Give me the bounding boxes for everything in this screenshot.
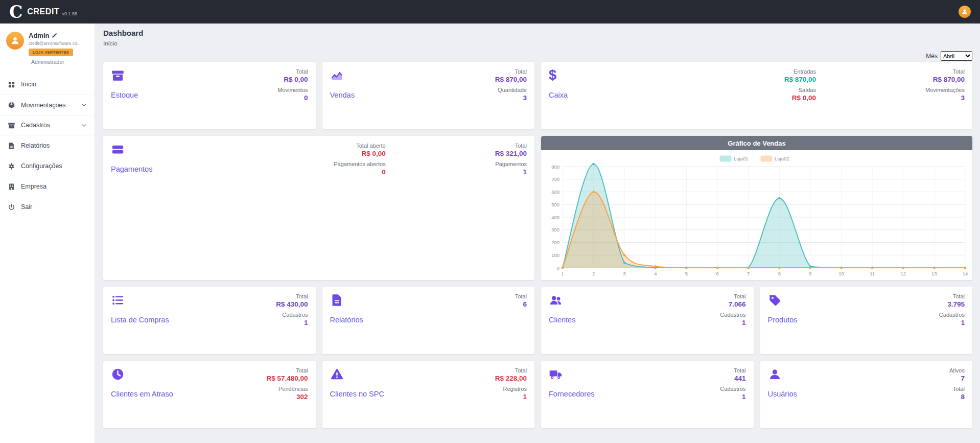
stat-value: 1 <box>939 319 965 327</box>
card-pagamentos[interactable]: Pagamentos Total abertoR$ 0,00 Pagamento… <box>103 136 534 280</box>
card-clientes-em-atraso[interactable]: Clientes em Atraso TotalR$ 57.480,00 Pen… <box>103 361 316 428</box>
svg-text:200: 200 <box>551 240 559 245</box>
stat-value: R$ 0,00 <box>334 150 386 157</box>
svg-text:700: 700 <box>551 176 559 182</box>
sales-chart[interactable]: 0100200300400500600700800123456789101112… <box>541 150 972 280</box>
stat-value: 1 <box>495 393 527 401</box>
svg-text:3: 3 <box>623 271 626 276</box>
page-head: Dashboard Início <box>103 29 143 46</box>
chart-body: 0100200300400500600700800123456789101112… <box>541 150 972 280</box>
card-lista-de-compras[interactable]: Lista de Compras TotalR$ 430,00 Cadastro… <box>103 287 316 354</box>
stat-value: 7 <box>949 375 965 382</box>
app-logo: C <box>9 4 22 20</box>
stat-value: R$ 870,00 <box>784 76 816 83</box>
building-icon <box>8 183 15 191</box>
stat-value: 1 <box>276 319 308 327</box>
user-info: Admin credit@anronsoftware.co... LOJA VE… <box>29 32 81 65</box>
chevron-down-icon <box>81 123 87 128</box>
month-select[interactable]: Abril <box>941 51 972 61</box>
card-title-link[interactable]: Clientes no SPC <box>330 390 384 398</box>
stat-label: Total <box>925 68 965 75</box>
user-avatar-button[interactable] <box>959 6 971 18</box>
card-stats: TotalR$ 0,00 Movimentos0 <box>277 68 308 123</box>
stat-label: Total <box>495 143 527 149</box>
sidebar-item-relatorios[interactable]: Relatórios <box>0 135 95 156</box>
avatar <box>6 32 24 50</box>
sidebar-item-empresa[interactable]: Empresa <box>0 176 95 197</box>
cube-icon <box>8 101 15 109</box>
svg-text:9: 9 <box>809 271 811 276</box>
stat-value: 1 <box>720 393 745 401</box>
user-name: Admin <box>29 32 49 39</box>
stat-label: Total aberto <box>334 143 386 149</box>
card-title-link[interactable]: Fornecedores <box>549 390 594 398</box>
stat-label: Total <box>495 367 527 374</box>
edit-pencil-icon[interactable] <box>52 33 57 38</box>
grid-icon <box>8 81 15 88</box>
card-fornecedores[interactable]: Fornecedores Total441 Cadastros1 <box>541 361 754 428</box>
chevron-down-icon <box>81 102 87 108</box>
card-stats: TotalR$ 430,00 Cadastros1 <box>276 293 308 347</box>
stat-value: 0 <box>334 168 386 176</box>
dashboard-cards: Estoque TotalR$ 0,00 Movimentos0 Vendas … <box>103 62 972 428</box>
card-relatorios[interactable]: Relatórios Total6 <box>322 287 535 354</box>
stat-value: R$ 57.480,00 <box>266 375 308 382</box>
card-estoque[interactable]: Estoque TotalR$ 0,00 Movimentos0 <box>103 62 316 129</box>
card-clientes[interactable]: Clientes Total7.066 Cadastros1 <box>541 287 754 354</box>
stat-label: Cadastros <box>720 386 745 392</box>
card-caixa[interactable]: $ Caixa EntradasR$ 870,00 SaídasR$ 0,00 … <box>541 62 972 129</box>
card-usuarios[interactable]: Usuários Ativos7 Total8 <box>760 361 973 428</box>
svg-text:400: 400 <box>551 215 559 220</box>
stat-label: Pagamentos abertos <box>334 161 386 167</box>
card-title-link[interactable]: Lista de Compras <box>111 316 169 324</box>
card-title-link[interactable]: Relatórios <box>330 316 363 324</box>
sidebar-item-label: Configurações <box>21 162 62 170</box>
sidebar-item-cadastros[interactable]: Cadastros <box>0 115 95 135</box>
list-icon <box>111 293 125 307</box>
sidebar-item-configuracoes[interactable]: Configurações <box>0 156 95 176</box>
stat-value: R$ 870,00 <box>495 76 527 83</box>
store-badge: LOJA VERTENTES <box>29 49 73 56</box>
stat-value: 1 <box>720 319 745 327</box>
card-title-link[interactable]: Clientes em Atraso <box>111 390 173 398</box>
sidebar-item-movimentacoes[interactable]: Movimentações <box>0 95 95 115</box>
sidebar-item-label: Início <box>21 81 36 88</box>
card-mid-stats: Total abertoR$ 0,00 Pagamentos abertos0 <box>334 143 386 273</box>
sidebar-item-sair[interactable]: Sair <box>0 197 95 217</box>
card-stats: Total6 <box>515 293 527 347</box>
card-title-link[interactable]: Vendas <box>330 91 355 99</box>
card-stats: TotalR$ 870,00 Movimentações3 <box>925 68 965 123</box>
stat-value: R$ 321,00 <box>495 150 527 157</box>
svg-text:6: 6 <box>716 271 718 276</box>
card-title-link[interactable]: Produtos <box>768 316 798 324</box>
stat-label: Total <box>515 293 527 299</box>
stat-value: 6 <box>515 300 527 308</box>
archive-icon <box>8 122 15 129</box>
clock-icon <box>111 367 125 381</box>
stat-value: 1 <box>495 168 527 176</box>
card-title-link[interactable]: Caixa <box>549 91 568 99</box>
card-stats: Total441 Cadastros1 <box>720 367 745 422</box>
card-title-link[interactable]: Clientes <box>549 316 575 324</box>
stat-value: 7.066 <box>720 300 745 308</box>
sidebar-item-inicio[interactable]: Início <box>0 74 95 95</box>
card-clientes-no-spc[interactable]: Clientes no SPC TotalR$ 228,00 Registros… <box>322 361 535 428</box>
stat-value: R$ 870,00 <box>925 76 965 83</box>
stat-value: R$ 0,00 <box>784 94 816 102</box>
svg-text:12: 12 <box>900 271 906 276</box>
card-produtos[interactable]: Produtos Total3.795 Cadastros1 <box>760 287 973 354</box>
card-grafico-vendas: Gráfico de Vendas 0100200300400500600700… <box>541 136 972 280</box>
stat-label: Entradas <box>784 68 816 75</box>
card-title-link[interactable]: Pagamentos <box>111 165 152 173</box>
card-title-link[interactable]: Estoque <box>111 91 138 99</box>
user-role: Administrador <box>31 59 81 65</box>
svg-text:500: 500 <box>551 202 559 207</box>
user-email: credit@anronsoftware.co... <box>29 41 81 46</box>
stat-label: Saídas <box>784 87 816 93</box>
stat-label: Movimentos <box>277 87 308 93</box>
stat-label: Registros <box>495 386 527 392</box>
card-title-link[interactable]: Usuários <box>768 390 797 398</box>
stat-label: Cadastros <box>939 312 965 318</box>
sidebar: Admin credit@anronsoftware.co... LOJA VE… <box>0 24 95 443</box>
card-vendas[interactable]: Vendas TotalR$ 870,00 Quantidade3 <box>322 62 535 129</box>
